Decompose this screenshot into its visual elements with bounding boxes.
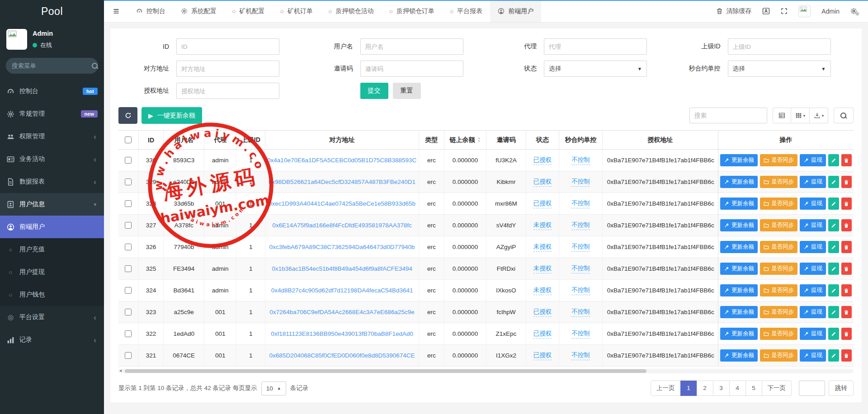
delete-button[interactable] xyxy=(841,198,852,210)
peer-address-link[interactable]: 0xc3febA679A89C38C7362594Da646473d0D7794… xyxy=(269,244,415,250)
reset-button[interactable]: 重置 xyxy=(393,83,421,99)
edit-button[interactable] xyxy=(828,219,839,231)
withdraw-button[interactable]: 提现 xyxy=(800,198,826,210)
tab-staking-activity[interactable]: ○质押锁仓活动 xyxy=(321,0,381,22)
page-button-1[interactable]: 1 xyxy=(680,381,697,396)
status-editable-link[interactable]: 已授权 xyxy=(533,329,552,339)
sidebar-item-user-withdraw[interactable]: ○ 用户提现 xyxy=(0,261,104,283)
jump-page-input[interactable] xyxy=(799,381,825,396)
delete-button[interactable] xyxy=(841,349,852,362)
sidebar-item-records[interactable]: 记录 ‹ xyxy=(0,329,104,351)
row-checkbox[interactable] xyxy=(125,244,132,250)
prev-page-button[interactable]: 上一页 xyxy=(651,381,681,396)
delete-button[interactable] xyxy=(841,154,852,166)
update-balance-button[interactable]: 更新余额 xyxy=(720,219,758,231)
contract-control-editable-link[interactable]: 不控制 xyxy=(571,351,590,360)
delete-button[interactable] xyxy=(841,241,852,253)
edit-button[interactable] xyxy=(828,306,839,318)
invite-code-input[interactable] xyxy=(360,61,463,77)
agent-input[interactable] xyxy=(544,38,647,55)
withdraw-button[interactable]: 提现 xyxy=(800,328,826,340)
clear-cache-button[interactable]: 清除缓存 xyxy=(716,7,751,15)
row-checkbox[interactable] xyxy=(125,309,132,315)
withdraw-button[interactable]: 提现 xyxy=(800,241,826,253)
contract-control-editable-link[interactable]: 不控制 xyxy=(571,264,590,273)
edit-button[interactable] xyxy=(828,198,839,210)
status-editable-link[interactable]: 已授权 xyxy=(533,178,552,187)
sidebar-item-frontend-users[interactable]: 前端用户 xyxy=(0,216,104,238)
withdraw-button[interactable]: 提现 xyxy=(800,263,826,275)
navbar-username[interactable]: Admin xyxy=(821,8,840,15)
sync-button[interactable]: 是否同步 xyxy=(760,241,797,253)
row-checkbox[interactable] xyxy=(125,200,132,207)
sync-button[interactable]: 是否同步 xyxy=(760,306,797,318)
sidebar-item-general[interactable]: 常规管理 new xyxy=(0,103,104,125)
status-editable-link[interactable]: 已授权 xyxy=(533,156,552,165)
update-balance-button[interactable]: 更新余额 xyxy=(720,241,758,253)
contract-control-editable-link[interactable]: 不控制 xyxy=(571,308,590,317)
peer-address-link[interactable]: 0xf1811123E8136BB950e439013fB70baB8F1edA… xyxy=(271,330,413,337)
jump-button[interactable]: 跳转 xyxy=(829,381,854,396)
peer-address-link[interactable]: 0x4d8B27c4c905d62df7d12198DA4fecaC54Bd36… xyxy=(271,287,413,294)
status-editable-link[interactable]: 未授权 xyxy=(533,286,552,295)
sync-button[interactable]: 是否同步 xyxy=(760,349,797,362)
avatar[interactable] xyxy=(798,5,811,17)
delete-button[interactable] xyxy=(841,306,852,318)
sidebar-item-permissions[interactable]: 权限管理 ‹ xyxy=(0,125,104,148)
delete-button[interactable] xyxy=(841,284,852,296)
withdraw-button[interactable]: 提现 xyxy=(800,176,826,188)
update-balance-button[interactable]: 更新余额 xyxy=(720,349,758,362)
row-checkbox[interactable] xyxy=(125,330,132,337)
status-editable-link[interactable]: 已授权 xyxy=(533,199,552,208)
edit-button[interactable] xyxy=(828,284,839,296)
update-balance-button[interactable]: 更新余额 xyxy=(720,263,758,275)
edit-button[interactable] xyxy=(828,349,839,362)
update-balance-button[interactable]: 更新余额 xyxy=(720,154,758,166)
update-all-balances-button[interactable]: ▶一键更新余额 xyxy=(142,107,202,124)
scroll-left-icon[interactable]: ◂ xyxy=(119,368,122,373)
status-editable-link[interactable]: 未授权 xyxy=(533,221,552,230)
sidebar-item-userinfo[interactable]: 用户信息 ▾ xyxy=(0,193,104,216)
edit-button[interactable] xyxy=(828,176,839,188)
sidebar-item-user-recharge[interactable]: ○ 用户充值 xyxy=(0,238,104,261)
edit-button[interactable] xyxy=(828,328,839,340)
tab-system-config[interactable]: 系统配置 xyxy=(173,0,224,22)
username-input[interactable] xyxy=(360,38,463,55)
update-balance-button[interactable]: 更新余额 xyxy=(720,198,758,210)
edit-button[interactable] xyxy=(828,154,839,166)
contract-control-editable-link[interactable]: 不控制 xyxy=(571,286,590,295)
withdraw-button[interactable]: 提现 xyxy=(800,219,826,231)
page-size-select[interactable]: 10▲ xyxy=(261,381,286,395)
edit-button[interactable] xyxy=(828,241,839,253)
sync-button[interactable]: 是否同步 xyxy=(760,198,797,210)
withdraw-button[interactable]: 提现 xyxy=(800,154,826,166)
peer-address-link[interactable]: 0x4a10e70E6a1DF5A5CEBC0d05B1D75C8B388593… xyxy=(267,157,417,164)
contract-control-editable-link[interactable]: 不控制 xyxy=(571,243,590,252)
contract-control-editable-link[interactable]: 不控制 xyxy=(571,156,590,165)
delete-button[interactable] xyxy=(841,176,852,188)
update-balance-button[interactable]: 更新余额 xyxy=(720,306,758,318)
tab-frontend-users[interactable]: 前端用户 xyxy=(490,0,541,22)
peer-address-link[interactable]: 0x7264ba706C9efDA54Ac2668E4c3A7eE686a25c… xyxy=(269,309,415,315)
contract-control-editable-link[interactable]: 不控制 xyxy=(571,178,590,187)
page-button-2[interactable]: 2 xyxy=(697,381,713,396)
tab-staking-orders[interactable]: ○质押锁仓订单 xyxy=(381,0,442,22)
tab-platform-reports[interactable]: ○平台报表 xyxy=(442,0,490,22)
update-balance-button[interactable]: 更新余额 xyxy=(720,176,758,188)
page-button-4[interactable]: 4 xyxy=(729,381,746,396)
page-button-3[interactable]: 3 xyxy=(713,381,730,396)
fullscreen-icon[interactable] xyxy=(781,8,788,14)
contract-control-editable-link[interactable]: 不控制 xyxy=(571,199,590,208)
export-button[interactable]: ▾ xyxy=(810,108,828,123)
withdraw-button[interactable]: 提现 xyxy=(800,284,826,296)
language-icon[interactable] xyxy=(762,7,770,15)
detail-view-button[interactable] xyxy=(773,108,791,123)
sync-button[interactable]: 是否同步 xyxy=(760,219,797,231)
submit-button[interactable]: 提交 xyxy=(360,83,388,99)
table-search-input[interactable] xyxy=(689,108,767,123)
edit-button[interactable] xyxy=(828,263,839,275)
sidebar-search-input[interactable] xyxy=(12,62,92,69)
settings-gears-icon[interactable] xyxy=(850,8,857,14)
select-all-checkbox[interactable] xyxy=(125,136,132,143)
delete-button[interactable] xyxy=(841,219,852,231)
